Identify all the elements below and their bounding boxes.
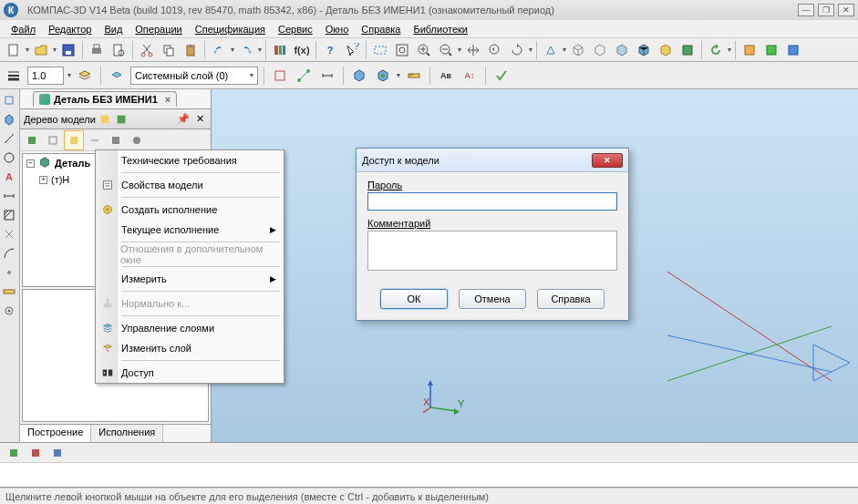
cm-change-layer[interactable]: Изменить слой (96, 338, 284, 358)
palette-line-icon[interactable] (0, 129, 18, 148)
zoom-prev-icon[interactable] (485, 40, 505, 60)
help-icon[interactable]: ? (320, 40, 340, 60)
zoom-fit-icon[interactable] (392, 40, 412, 60)
palette-text-icon[interactable]: A (0, 168, 18, 186)
tool-a-icon[interactable] (739, 40, 760, 60)
new-doc-icon[interactable] (4, 40, 24, 60)
rotate-icon[interactable] (507, 40, 527, 60)
bp-btn1-icon[interactable] (4, 443, 24, 463)
tool-b-icon[interactable] (761, 40, 781, 60)
zoom-out-icon[interactable] (436, 40, 456, 60)
tree-tool-icon[interactable] (98, 112, 112, 127)
fx-icon[interactable]: f(x) (292, 40, 312, 60)
dialog-close-button[interactable]: ✕ (592, 153, 623, 168)
undo-icon[interactable] (209, 40, 229, 60)
tree-expander-icon[interactable]: − (26, 159, 35, 168)
bp-btn2-icon[interactable] (26, 443, 46, 463)
palette-extrude-icon[interactable] (0, 110, 18, 129)
tree-tab-exec[interactable]: Исполнения (91, 425, 163, 442)
scale-input[interactable] (27, 67, 64, 85)
close-button[interactable]: ✕ (838, 4, 854, 16)
tree-btn3-icon[interactable] (64, 130, 84, 150)
palette-trim-icon[interactable] (0, 225, 18, 243)
perspective-icon[interactable] (677, 40, 698, 60)
measure-icon[interactable] (404, 66, 424, 86)
ok-button[interactable]: ОК (380, 289, 448, 309)
open-dropdown[interactable]: ▾ (53, 46, 57, 54)
open-icon[interactable] (31, 40, 51, 60)
palette-dim-icon[interactable] (0, 187, 18, 205)
tree-btn4-icon[interactable] (85, 130, 105, 150)
pan-icon[interactable] (463, 40, 483, 60)
tree-btn6-icon[interactable] (127, 130, 147, 150)
library-icon[interactable] (270, 40, 290, 60)
pin-icon[interactable]: 📌 (176, 112, 191, 127)
text-at-icon[interactable]: A↕ (460, 66, 480, 86)
palette-misc-icon[interactable] (0, 263, 18, 282)
shaded-icon[interactable] (612, 40, 632, 60)
tree-btn5-icon[interactable] (106, 130, 126, 150)
cm-access[interactable]: Доступ (96, 363, 284, 383)
tool-c-icon[interactable] (783, 40, 803, 60)
scale-dropdown[interactable]: ▾ (67, 71, 71, 79)
3d-cut-icon[interactable] (373, 66, 393, 86)
minimize-button[interactable]: — (798, 4, 814, 16)
tree-tool2-icon[interactable] (114, 112, 129, 127)
palette-arc-icon[interactable] (0, 244, 18, 262)
palette-ruler-icon[interactable] (0, 283, 18, 301)
tree-btn2-icon[interactable] (43, 130, 63, 150)
3d-dropdown[interactable]: ▾ (397, 71, 400, 79)
cm-layer-management[interactable]: Управление слоями (96, 318, 284, 338)
menu-help[interactable]: Справка (356, 22, 406, 36)
cm-model-properties[interactable]: Свойства модели (96, 175, 284, 195)
check-icon[interactable] (491, 66, 512, 86)
palette-hatch-icon[interactable] (0, 206, 18, 224)
zoom-window-icon[interactable] (370, 40, 390, 60)
cm-current-execution[interactable]: Текущее исполнение ▶ (96, 220, 284, 240)
menu-spec[interactable]: Спецификация (190, 22, 271, 36)
tree-btn1-icon[interactable] (22, 130, 42, 150)
layers-stack-icon[interactable] (75, 66, 95, 86)
menu-service[interactable]: Сервис (273, 22, 318, 36)
cm-create-execution[interactable]: Создать исполнение (96, 200, 284, 220)
preview-icon[interactable] (109, 40, 129, 60)
dimension-icon[interactable] (317, 66, 337, 86)
undo-dropdown[interactable]: ▾ (231, 46, 234, 54)
sketch-icon[interactable] (270, 66, 290, 86)
menu-editor[interactable]: Редактор (43, 22, 97, 36)
zoom-in-icon[interactable] (414, 40, 434, 60)
paste-icon[interactable] (181, 40, 201, 60)
shaded-edges-icon[interactable] (634, 40, 654, 60)
orient-dropdown[interactable]: ▾ (563, 46, 566, 54)
refresh-dropdown[interactable]: ▾ (728, 46, 731, 54)
cut-icon[interactable] (137, 40, 157, 60)
text-ab-icon[interactable]: Aв (436, 66, 456, 86)
refresh-icon[interactable] (706, 40, 726, 60)
menu-file[interactable]: Файл (5, 22, 41, 36)
orient-icon[interactable] (541, 40, 561, 60)
comment-textarea[interactable] (367, 231, 617, 271)
redo-dropdown[interactable]: ▾ (258, 46, 262, 54)
layer-select[interactable]: Системный слой (0)▾ (130, 67, 258, 85)
bp-btn3-icon[interactable] (47, 443, 67, 463)
lineweight-icon[interactable] (4, 66, 24, 86)
menu-window[interactable]: Окно (320, 22, 355, 36)
menu-libs[interactable]: Библиотеки (408, 22, 473, 36)
save-icon[interactable] (58, 40, 78, 60)
colored-icon[interactable] (656, 40, 676, 60)
help-button[interactable]: Справка (537, 289, 605, 309)
palette-circle-icon[interactable] (0, 149, 18, 167)
dialog-titlebar[interactable]: Доступ к модели ✕ (357, 149, 628, 172)
cm-tech-requirements[interactable]: Технические требования (96, 150, 284, 170)
wireframe-icon[interactable] (568, 40, 588, 60)
zoom-dropdown[interactable]: ▾ (458, 46, 461, 54)
tree-tab-build[interactable]: Построение (20, 425, 91, 442)
tree-close-icon[interactable]: ✕ (192, 112, 207, 127)
print-icon[interactable] (87, 40, 107, 60)
password-input[interactable] (367, 192, 617, 211)
new-doc-dropdown[interactable]: ▾ (26, 46, 29, 54)
maximize-button[interactable]: ❐ (818, 4, 834, 16)
document-tab-active[interactable]: Деталь БЕЗ ИМЕНИ1 × (33, 91, 177, 107)
cancel-button[interactable]: Отмена (459, 289, 526, 309)
constraint-icon[interactable] (294, 66, 314, 86)
